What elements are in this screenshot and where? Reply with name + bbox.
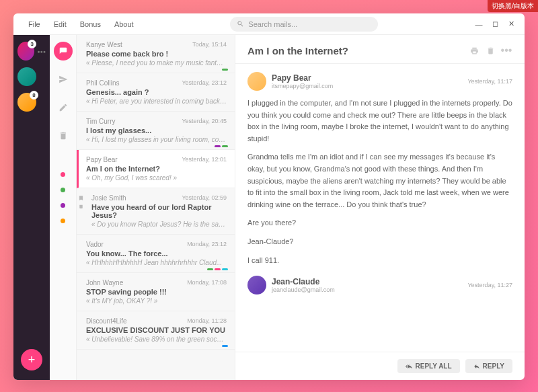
more-button[interactable]: ••• [500,44,512,56]
nav-inbox[interactable] [54,42,73,61]
theme-toggle-badge[interactable]: 切换黑/白版本 [488,0,538,12]
mail-preview: « HHhhhHHhhhhH Jean hhhhrhrhhhr Claud... [86,259,227,266]
tag-purple[interactable] [61,203,65,208]
mail-time: Monday, 11:28 [187,317,227,324]
app-body: 3 ●●● 8 + Kanye WestToday, 15:14Please c… [13,35,525,380]
mail-time: Yesterday, 23:12 [182,79,227,86]
reader-header: Am I on the Internet? ••• [235,35,525,64]
mail-preview: « Oh, my God, I was scared! » [86,174,227,182]
trash-icon [59,131,68,141]
reply-all-icon [406,363,412,370]
mail-preview: « Hi Peter, are you interested in coming… [86,97,227,105]
message: Papy Bearitsmepapy@gmail.comYesterday, 1… [247,72,512,266]
nav-column [50,35,77,380]
compose-button[interactable]: + [21,349,42,370]
mail-time: Yesterday, 20:45 [182,118,227,124]
mail-preview: « Unbelievable! Save 89% on the green so… [86,336,227,343]
mail-subject: Genesis... again ? [86,88,227,96]
reader-pane: Am I on the Internet? ••• Papy Bearitsme… [235,35,525,380]
mail-time: Yesterday, 12:01 [182,156,227,163]
mail-item-icons [78,195,84,209]
account-menu-icon[interactable]: ●●● [37,49,46,54]
nav-trash[interactable] [54,126,73,145]
reply-button[interactable]: REPLY [465,359,512,373]
message-email: itsmepapy@gmail.com [272,83,462,89]
pencil-icon [59,103,68,112]
search-input[interactable]: Search mails... [230,17,378,32]
delete-button[interactable] [484,44,496,56]
menubar: File Edit Bonus About Search mails... — … [13,13,525,35]
nav-sent[interactable] [54,70,73,89]
mail-time: Monday, 17:08 [187,279,227,286]
mail-preview: « It's MY job, OKAY ?! » [86,297,227,305]
menu-edit[interactable]: Edit [47,17,73,31]
message-time: Yesterday, 11:27 [467,282,512,288]
mail-list[interactable]: Kanye WestToday, 15:14Please come back b… [77,35,235,380]
mail-subject: I lost my glasses... [86,126,227,134]
print-button[interactable] [468,44,480,56]
message-avatar [247,72,266,91]
mail-preview: « Do you know Raptor Jesus? He is the sa… [91,221,227,228]
reply-all-button[interactable]: REPLY ALL [397,359,459,373]
message-sender: Papy Bear [272,73,462,83]
mail-time: Monday, 23:12 [187,241,227,247]
menu-about[interactable]: About [108,17,141,31]
message: Jean-Claudejeanclaude@gmail.comYesterday… [247,276,512,295]
reply-icon [473,363,480,370]
account-avatar-1[interactable]: 3 [17,42,34,61]
reader-footer: REPLY ALL REPLY [235,352,525,380]
mail-preview: « Hi, I lost my glasses in your living r… [86,136,227,143]
mail-subject: You know... The force... [86,249,227,258]
search-icon [237,20,244,28]
mail-subject: Please come back bro ! [86,50,227,58]
message-body: I plugged in the computer, and I'm not s… [247,97,512,266]
mail-item[interactable]: Discount4LifeMonday, 11:28EXCLUSIVE DISC… [77,311,235,350]
account-avatar-3[interactable]: 8 [17,93,36,112]
mail-subject: Have you heard of our lord Raptor Jesus? [91,203,227,219]
account-avatar-2[interactable] [17,67,36,86]
mail-time: Today, 15:14 [192,41,227,48]
message-time: Yesterday, 11:17 [467,78,512,85]
mail-time: Yesterday, 02:59 [182,194,227,201]
message-sender: Jean-Claude [272,277,462,286]
reader-title: Am I on the Internet? [247,45,464,56]
window-maximize[interactable]: ◻ [490,19,500,30]
menu-bonus[interactable]: Bonus [73,17,108,31]
mail-item[interactable]: John WayneMonday, 17:08STOP saving peopl… [77,273,235,311]
mail-item[interactable]: Kanye WestToday, 15:14Please come back b… [77,35,235,73]
mail-preview: « Please, I need you to make my music fa… [86,59,227,67]
window-minimize[interactable]: — [473,19,484,30]
mail-item[interactable]: Tim CurryYesterday, 20:45I lost my glass… [77,112,235,150]
mail-item[interactable]: Josie SmithYesterday, 02:59Have you hear… [77,188,235,235]
nav-drafts[interactable] [54,98,73,117]
mail-item[interactable]: Phil CollinsYesterday, 23:12Genesis... a… [77,73,235,112]
search-placeholder: Search mails... [248,20,297,28]
mail-item[interactable]: VadorMonday, 23:12You know... The force.… [77,235,235,273]
mail-subject: STOP saving people !!! [86,288,227,296]
send-icon [59,75,68,84]
tag-pink[interactable] [61,172,65,177]
mail-subject: EXCLUSIVE DISCOUNT JUST FOR YOU [86,326,227,334]
print-icon [470,46,479,55]
mail-item[interactable]: Papy BearYesterday, 12:01Am I on the Int… [77,150,235,188]
message-avatar [247,276,266,295]
account-badge: 8 [30,91,38,100]
account-rail: 3 ●●● 8 + [13,35,50,380]
trash-icon [486,46,495,55]
mail-subject: Am I on the Internet? [86,165,227,173]
message-thread: Papy Bearitsmepapy@gmail.comYesterday, 1… [235,64,525,352]
tag-orange[interactable] [61,219,65,223]
account-badge: 3 [28,40,36,48]
window-close[interactable]: ✕ [506,19,516,30]
message-email: jeanclaude@gmail.com [272,286,462,293]
tag-green[interactable] [61,188,65,192]
app-window: File Edit Bonus About Search mails... — … [13,13,525,380]
menu-file[interactable]: File [22,17,47,31]
inbox-icon [59,46,68,56]
